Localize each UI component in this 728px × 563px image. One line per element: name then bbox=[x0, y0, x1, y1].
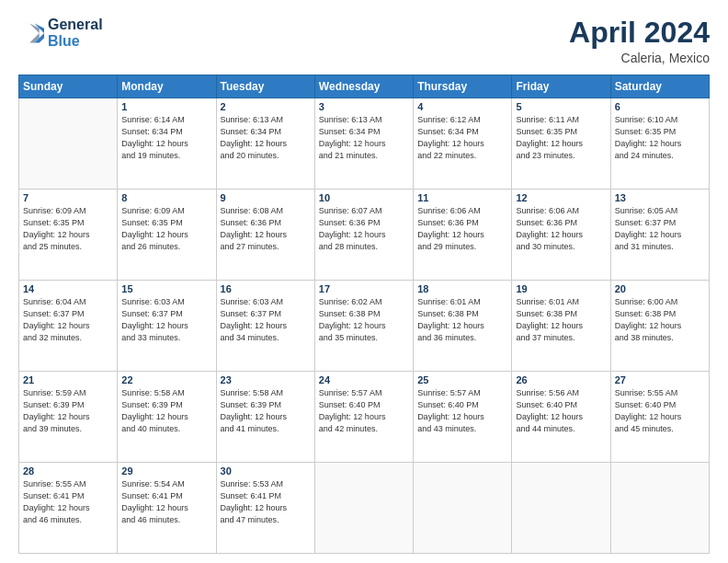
calendar-day-cell: 28Sunrise: 5:55 AMSunset: 6:41 PMDayligh… bbox=[19, 463, 118, 554]
day-number: 11 bbox=[417, 192, 507, 203]
month-title: April 2024 bbox=[569, 17, 710, 49]
calendar-week-row: 21Sunrise: 5:59 AMSunset: 6:39 PMDayligh… bbox=[19, 372, 710, 463]
calendar-week-row: 28Sunrise: 5:55 AMSunset: 6:41 PMDayligh… bbox=[19, 463, 710, 554]
calendar-day-cell: 21Sunrise: 5:59 AMSunset: 6:39 PMDayligh… bbox=[19, 372, 118, 463]
day-info: Sunrise: 6:06 AMSunset: 6:36 PMDaylight:… bbox=[516, 205, 606, 253]
day-number: 13 bbox=[615, 192, 705, 203]
page: General Blue April 2024 Caleria, Mexico … bbox=[0, 0, 728, 563]
day-number: 1 bbox=[121, 101, 211, 112]
calendar-header-row: SundayMondayTuesdayWednesdayThursdayFrid… bbox=[19, 75, 710, 98]
calendar-day-cell: 17Sunrise: 6:02 AMSunset: 6:38 PMDayligh… bbox=[314, 281, 413, 372]
day-info: Sunrise: 6:05 AMSunset: 6:37 PMDaylight:… bbox=[615, 205, 705, 253]
day-info: Sunrise: 6:13 AMSunset: 6:34 PMDaylight:… bbox=[319, 114, 409, 162]
day-info: Sunrise: 5:55 AMSunset: 6:41 PMDaylight:… bbox=[23, 478, 113, 526]
day-number: 3 bbox=[319, 101, 409, 112]
calendar-day-cell: 20Sunrise: 6:00 AMSunset: 6:38 PMDayligh… bbox=[610, 281, 709, 372]
location: Caleria, Mexico bbox=[569, 51, 710, 65]
day-number: 5 bbox=[516, 101, 606, 112]
calendar-day-cell: 13Sunrise: 6:05 AMSunset: 6:37 PMDayligh… bbox=[610, 190, 709, 281]
day-number: 20 bbox=[615, 283, 705, 294]
day-info: Sunrise: 5:56 AMSunset: 6:40 PMDaylight:… bbox=[516, 387, 606, 435]
calendar-day-cell: 12Sunrise: 6:06 AMSunset: 6:36 PMDayligh… bbox=[512, 190, 610, 281]
day-number: 21 bbox=[23, 374, 113, 385]
day-info: Sunrise: 6:01 AMSunset: 6:38 PMDaylight:… bbox=[417, 296, 507, 344]
calendar-day-cell: 19Sunrise: 6:01 AMSunset: 6:38 PMDayligh… bbox=[512, 281, 610, 372]
day-info: Sunrise: 5:59 AMSunset: 6:39 PMDaylight:… bbox=[23, 387, 113, 435]
logo: General Blue bbox=[18, 17, 103, 51]
calendar-day-cell bbox=[610, 463, 709, 554]
calendar-day-cell: 11Sunrise: 6:06 AMSunset: 6:36 PMDayligh… bbox=[414, 190, 512, 281]
calendar-day-cell: 1Sunrise: 6:14 AMSunset: 6:34 PMDaylight… bbox=[118, 98, 216, 190]
calendar-day-cell: 7Sunrise: 6:09 AMSunset: 6:35 PMDaylight… bbox=[19, 190, 118, 281]
calendar-weekday-header: Friday bbox=[512, 75, 610, 98]
calendar-day-cell: 10Sunrise: 6:07 AMSunset: 6:36 PMDayligh… bbox=[314, 190, 413, 281]
day-number: 16 bbox=[221, 283, 311, 294]
day-info: Sunrise: 6:07 AMSunset: 6:36 PMDaylight:… bbox=[319, 205, 409, 253]
day-number: 14 bbox=[23, 283, 113, 294]
day-number: 2 bbox=[221, 101, 311, 112]
calendar-day-cell: 9Sunrise: 6:08 AMSunset: 6:36 PMDaylight… bbox=[216, 190, 314, 281]
calendar-day-cell: 27Sunrise: 5:55 AMSunset: 6:40 PMDayligh… bbox=[610, 372, 709, 463]
calendar-day-cell bbox=[512, 463, 610, 554]
logo-icon bbox=[18, 20, 44, 46]
day-number: 25 bbox=[417, 374, 507, 385]
calendar-weekday-header: Sunday bbox=[19, 75, 118, 98]
calendar-day-cell: 30Sunrise: 5:53 AMSunset: 6:41 PMDayligh… bbox=[216, 463, 314, 554]
day-number: 17 bbox=[319, 283, 409, 294]
calendar-day-cell: 23Sunrise: 5:58 AMSunset: 6:39 PMDayligh… bbox=[216, 372, 314, 463]
day-info: Sunrise: 6:08 AMSunset: 6:36 PMDaylight:… bbox=[221, 205, 311, 253]
day-number: 9 bbox=[221, 192, 311, 203]
calendar-day-cell: 3Sunrise: 6:13 AMSunset: 6:34 PMDaylight… bbox=[314, 98, 413, 190]
calendar-day-cell: 26Sunrise: 5:56 AMSunset: 6:40 PMDayligh… bbox=[512, 372, 610, 463]
day-number: 6 bbox=[615, 101, 705, 112]
day-info: Sunrise: 6:03 AMSunset: 6:37 PMDaylight:… bbox=[121, 296, 211, 344]
calendar-weekday-header: Monday bbox=[118, 75, 216, 98]
day-number: 22 bbox=[121, 374, 211, 385]
day-info: Sunrise: 5:57 AMSunset: 6:40 PMDaylight:… bbox=[319, 387, 409, 435]
day-info: Sunrise: 6:03 AMSunset: 6:37 PMDaylight:… bbox=[221, 296, 311, 344]
day-number: 10 bbox=[319, 192, 409, 203]
calendar-day-cell bbox=[414, 463, 512, 554]
day-number: 23 bbox=[221, 374, 311, 385]
day-info: Sunrise: 5:55 AMSunset: 6:40 PMDaylight:… bbox=[615, 387, 705, 435]
day-info: Sunrise: 6:13 AMSunset: 6:34 PMDaylight:… bbox=[221, 114, 311, 162]
day-info: Sunrise: 5:57 AMSunset: 6:40 PMDaylight:… bbox=[417, 387, 507, 435]
calendar-day-cell: 8Sunrise: 6:09 AMSunset: 6:35 PMDaylight… bbox=[118, 190, 216, 281]
day-number: 18 bbox=[417, 283, 507, 294]
calendar-weekday-header: Tuesday bbox=[216, 75, 314, 98]
day-info: Sunrise: 6:04 AMSunset: 6:37 PMDaylight:… bbox=[23, 296, 113, 344]
day-number: 15 bbox=[121, 283, 211, 294]
day-info: Sunrise: 5:58 AMSunset: 6:39 PMDaylight:… bbox=[121, 387, 211, 435]
calendar-day-cell: 14Sunrise: 6:04 AMSunset: 6:37 PMDayligh… bbox=[19, 281, 118, 372]
calendar-week-row: 1Sunrise: 6:14 AMSunset: 6:34 PMDaylight… bbox=[19, 98, 710, 190]
day-info: Sunrise: 6:00 AMSunset: 6:38 PMDaylight:… bbox=[615, 296, 705, 344]
day-number: 30 bbox=[221, 465, 311, 477]
day-number: 29 bbox=[121, 465, 211, 477]
day-info: Sunrise: 6:02 AMSunset: 6:38 PMDaylight:… bbox=[319, 296, 409, 344]
day-info: Sunrise: 6:09 AMSunset: 6:35 PMDaylight:… bbox=[23, 205, 113, 253]
calendar-day-cell: 2Sunrise: 6:13 AMSunset: 6:34 PMDaylight… bbox=[216, 98, 314, 190]
day-info: Sunrise: 6:01 AMSunset: 6:38 PMDaylight:… bbox=[516, 296, 606, 344]
calendar-day-cell: 22Sunrise: 5:58 AMSunset: 6:39 PMDayligh… bbox=[118, 372, 216, 463]
calendar-day-cell: 5Sunrise: 6:11 AMSunset: 6:35 PMDaylight… bbox=[512, 98, 610, 190]
day-info: Sunrise: 6:12 AMSunset: 6:34 PMDaylight:… bbox=[417, 114, 507, 162]
title-block: April 2024 Caleria, Mexico bbox=[569, 17, 710, 65]
calendar-day-cell: 29Sunrise: 5:54 AMSunset: 6:41 PMDayligh… bbox=[118, 463, 216, 554]
day-number: 7 bbox=[23, 192, 113, 203]
day-info: Sunrise: 6:10 AMSunset: 6:35 PMDaylight:… bbox=[615, 114, 705, 162]
day-number: 19 bbox=[516, 283, 606, 294]
calendar-day-cell: 18Sunrise: 6:01 AMSunset: 6:38 PMDayligh… bbox=[414, 281, 512, 372]
day-info: Sunrise: 5:54 AMSunset: 6:41 PMDaylight:… bbox=[121, 478, 211, 526]
calendar-day-cell: 16Sunrise: 6:03 AMSunset: 6:37 PMDayligh… bbox=[216, 281, 314, 372]
calendar-weekday-header: Thursday bbox=[414, 75, 512, 98]
day-number: 26 bbox=[516, 374, 606, 385]
day-info: Sunrise: 5:58 AMSunset: 6:39 PMDaylight:… bbox=[221, 387, 311, 435]
calendar-day-cell: 25Sunrise: 5:57 AMSunset: 6:40 PMDayligh… bbox=[414, 372, 512, 463]
day-number: 4 bbox=[417, 101, 507, 112]
calendar-day-cell: 4Sunrise: 6:12 AMSunset: 6:34 PMDaylight… bbox=[414, 98, 512, 190]
day-info: Sunrise: 5:53 AMSunset: 6:41 PMDaylight:… bbox=[221, 478, 311, 526]
day-number: 8 bbox=[121, 192, 211, 203]
calendar-table: SundayMondayTuesdayWednesdayThursdayFrid… bbox=[18, 75, 710, 554]
calendar-week-row: 14Sunrise: 6:04 AMSunset: 6:37 PMDayligh… bbox=[19, 281, 710, 372]
day-info: Sunrise: 6:06 AMSunset: 6:36 PMDaylight:… bbox=[417, 205, 507, 253]
